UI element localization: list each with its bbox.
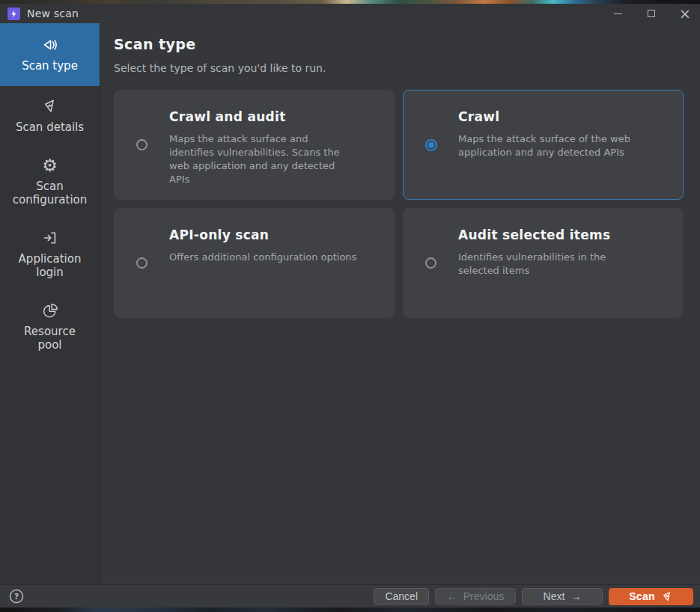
maximize-icon[interactable] xyxy=(645,7,657,19)
option-card-crawl[interactable]: Crawl Maps the attack surface of the web… xyxy=(403,90,684,200)
cancel-button[interactable]: Cancel xyxy=(374,588,429,605)
close-icon[interactable]: × xyxy=(679,7,691,19)
right-arrow-icon: → xyxy=(570,590,581,602)
previous-button[interactable]: ← Previous xyxy=(435,588,516,605)
option-description: Maps the attack surface and identifies v… xyxy=(169,132,340,186)
scan-button[interactable]: Scan xyxy=(609,588,693,605)
sidebar-item-label: Scan type xyxy=(22,59,78,73)
sidebar-item-label: Scan details xyxy=(16,120,84,134)
option-description: Identifies vulnerabilities in the select… xyxy=(458,251,610,278)
scan-type-panel: Scan type Select the type of scan you'd … xyxy=(100,23,700,584)
option-title: Audit selected items xyxy=(458,227,610,242)
option-title: API-only scan xyxy=(169,227,356,242)
sidebar-item-resource-pool[interactable]: Resource pool xyxy=(0,290,100,363)
option-title: Crawl and audit xyxy=(169,109,340,124)
window-controls: × xyxy=(612,7,691,19)
scan-icon xyxy=(40,35,60,55)
footer-buttons: Cancel ← Previous Next → Scan xyxy=(374,588,693,605)
help-icon[interactable]: ? xyxy=(8,588,25,605)
radio-api-only-scan[interactable] xyxy=(136,257,147,269)
sidebar-item-label: Application login xyxy=(19,252,82,279)
option-title: Crawl xyxy=(458,109,630,124)
option-description: Maps the attack surface of the web appli… xyxy=(458,132,630,159)
page-title: Scan type xyxy=(114,36,684,52)
titlebar: New scan × xyxy=(0,4,700,23)
scan-type-options: Crawl and audit Maps the attack surface … xyxy=(114,90,684,318)
radio-audit-selected-items[interactable] xyxy=(425,257,436,269)
sidebar-item-scan-configuration[interactable]: ⚙ Scan configuration xyxy=(0,145,100,218)
new-scan-dialog: New scan × Scan type xyxy=(0,4,700,608)
radio-crawl-and-audit[interactable] xyxy=(136,139,147,150)
minimize-icon[interactable] xyxy=(612,7,624,19)
scan-details-icon xyxy=(40,97,60,116)
sidebar-item-scan-type[interactable]: Scan type xyxy=(0,23,100,86)
gear-icon: ⚙ xyxy=(40,156,60,175)
sidebar-item-scan-details[interactable]: Scan details xyxy=(0,86,100,145)
desktop-background-sliver-bottom xyxy=(0,608,700,612)
option-card-audit-selected-items[interactable]: Audit selected items Identifies vulnerab… xyxy=(403,208,684,318)
login-arrow-icon xyxy=(40,228,60,248)
svg-text:?: ? xyxy=(14,592,19,601)
option-description: Offers additional configuration options xyxy=(169,251,356,264)
sidebar-item-label: Resource pool xyxy=(24,325,76,352)
footer-bar: ? Cancel ← Previous Next → Scan xyxy=(0,584,700,608)
wizard-step-sidebar: Scan type Scan details ⚙ Scan configurat… xyxy=(0,23,100,584)
option-card-api-only-scan[interactable]: API-only scan Offers additional configur… xyxy=(114,208,395,318)
sidebar-item-label: Scan configuration xyxy=(13,180,88,206)
sidebar-item-application-login[interactable]: Application login xyxy=(0,218,100,290)
radio-crawl[interactable] xyxy=(425,139,437,151)
lightning-bolt-icon xyxy=(7,7,20,20)
left-arrow-icon: ← xyxy=(447,590,457,602)
next-button[interactable]: Next → xyxy=(522,588,603,605)
page-subtitle: Select the type of scan you'd like to ru… xyxy=(114,62,684,74)
pie-chart-icon xyxy=(40,301,60,320)
window-title: New scan xyxy=(27,7,79,19)
scan-logo-icon xyxy=(661,590,673,602)
option-card-crawl-and-audit[interactable]: Crawl and audit Maps the attack surface … xyxy=(114,90,395,200)
